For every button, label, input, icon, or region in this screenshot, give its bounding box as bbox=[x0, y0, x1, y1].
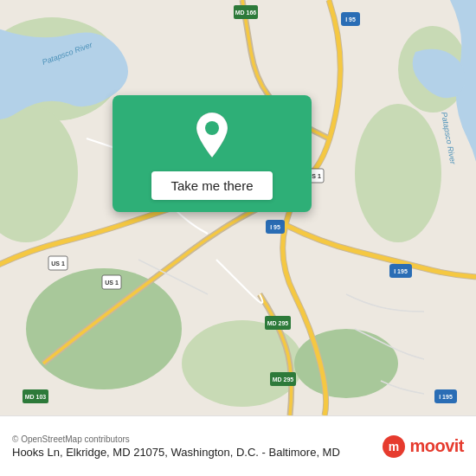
openstreetmap-credit: © OpenStreetMap contributors bbox=[12, 434, 340, 444]
address-info: © OpenStreetMap contributors Hooks Ln, E… bbox=[12, 434, 340, 459]
moovit-logo: m moovit bbox=[382, 434, 464, 459]
svg-point-5 bbox=[355, 104, 441, 242]
svg-text:I 195: I 195 bbox=[394, 268, 408, 274]
svg-text:MD 295: MD 295 bbox=[267, 320, 289, 326]
svg-text:MD 295: MD 295 bbox=[273, 376, 294, 383]
take-me-there-button[interactable]: Take me there bbox=[151, 171, 272, 200]
svg-point-7 bbox=[294, 329, 398, 398]
svg-text:US 1: US 1 bbox=[105, 280, 119, 286]
svg-text:MD 166: MD 166 bbox=[235, 10, 257, 16]
svg-text:I 95: I 95 bbox=[345, 16, 356, 23]
svg-point-32 bbox=[205, 121, 219, 135]
moovit-icon: m bbox=[382, 434, 406, 459]
svg-point-4 bbox=[182, 320, 303, 407]
moovit-brand-text: moovit bbox=[409, 436, 464, 456]
bottom-bar: © OpenStreetMap contributors Hooks Ln, E… bbox=[0, 415, 476, 476]
svg-text:I 95: I 95 bbox=[270, 224, 280, 230]
map-container: I 95 I 95 I 195 I 195 US 1 US 1 US 1 MD … bbox=[0, 0, 476, 415]
svg-text:MD 103: MD 103 bbox=[25, 394, 47, 400]
location-card: Take me there bbox=[113, 95, 312, 212]
svg-text:m: m bbox=[389, 440, 399, 453]
address-line: Hooks Ln, Elkridge, MD 21075, Washington… bbox=[12, 446, 340, 459]
location-pin-icon bbox=[191, 111, 233, 159]
svg-text:US 1: US 1 bbox=[51, 261, 65, 267]
svg-text:I 195: I 195 bbox=[439, 394, 453, 400]
